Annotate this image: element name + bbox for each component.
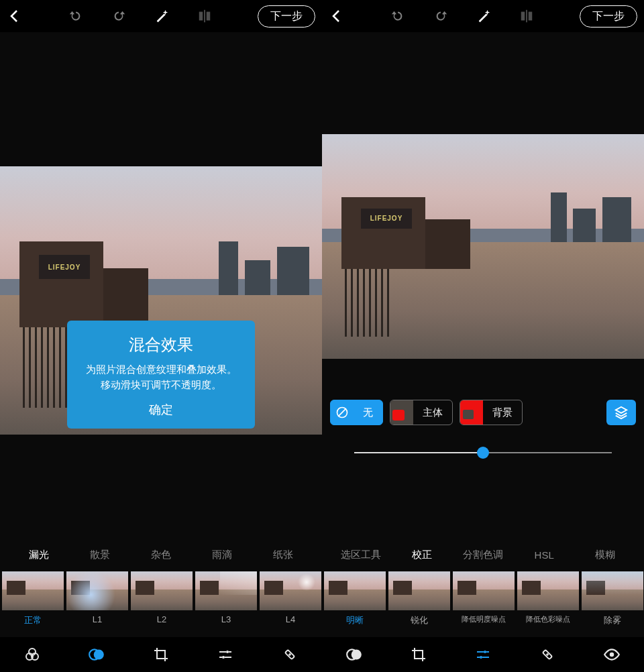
thumb-sharpen[interactable]: 锐化 xyxy=(388,571,450,637)
adjust-icon[interactable] xyxy=(217,646,234,663)
thumb-l3[interactable]: L3 xyxy=(195,571,257,637)
svg-point-11 xyxy=(484,651,486,653)
heal-icon[interactable] xyxy=(539,646,556,663)
photo-sign: LIFEJOY xyxy=(39,255,91,279)
layers-button[interactable] xyxy=(606,400,636,425)
thumb-normal[interactable]: 正常 xyxy=(2,571,64,637)
magic-wand-icon[interactable] xyxy=(154,8,170,24)
crop-icon[interactable] xyxy=(410,646,427,663)
bottom-toolbar xyxy=(0,637,322,672)
back-icon[interactable] xyxy=(329,8,345,24)
undo-icon[interactable] xyxy=(390,8,406,24)
thumb-dehaze[interactable]: 除雾 xyxy=(582,571,643,637)
magic-wand-icon[interactable] xyxy=(476,8,492,24)
effect-thumbs: 正常 L1 L2 L3 L4 xyxy=(0,569,322,637)
crop-icon[interactable] xyxy=(152,646,170,663)
top-toolbar: 下一步 xyxy=(0,0,322,32)
svg-point-5 xyxy=(226,651,229,653)
next-button[interactable]: 下一步 xyxy=(258,5,315,27)
opacity-slider[interactable] xyxy=(354,452,612,453)
right-pane: 下一步 LIFEJOY 无 主体 xyxy=(322,0,644,672)
image-stage[interactable]: LIFEJOY 混合效果 为照片混合创意纹理和叠加效果。移动滑块可调节不透明度。… xyxy=(0,32,322,541)
top-toolbar: 下一步 xyxy=(322,0,644,32)
heal-icon[interactable] xyxy=(281,646,299,663)
tab-light-leak[interactable]: 漏光 xyxy=(8,549,69,561)
tooltip-ok-button[interactable]: 确定 xyxy=(82,402,240,418)
svg-point-6 xyxy=(222,656,225,659)
thumb-reduce-color[interactable]: 降低色彩噪点 xyxy=(517,571,579,637)
adjust-icon[interactable] xyxy=(474,646,492,663)
eye-icon[interactable] xyxy=(603,646,621,663)
photo-preview: LIFEJOY xyxy=(322,134,644,359)
svg-point-10 xyxy=(352,649,362,659)
mask-subject-chip[interactable]: 主体 xyxy=(390,400,453,425)
photo-sign: LIFEJOY xyxy=(361,209,413,229)
thumb-l4[interactable]: L4 xyxy=(260,571,321,637)
mask-none-chip[interactable]: 无 xyxy=(330,400,383,425)
svg-point-4 xyxy=(94,649,104,659)
undo-icon[interactable] xyxy=(68,8,84,24)
tooltip-title: 混合效果 xyxy=(82,334,240,355)
tooltip-popup: 混合效果 为照片混合创意纹理和叠加效果。移动滑块可调节不透明度。 确定 xyxy=(67,321,255,429)
tab-correction[interactable]: 校正 xyxy=(391,549,452,561)
looks-icon[interactable] xyxy=(23,646,41,663)
category-tabs: 漏光 散景 杂色 雨滴 纸张 xyxy=(0,541,322,569)
none-icon xyxy=(331,406,354,419)
mask-chips: 无 主体 背景 xyxy=(322,400,644,425)
tab-blur[interactable]: 模糊 xyxy=(575,549,636,561)
next-button[interactable]: 下一步 xyxy=(580,5,637,27)
thumb-reduce-luminance[interactable]: 降低明度噪点 xyxy=(453,571,515,637)
redo-icon[interactable] xyxy=(433,8,449,24)
tab-noise[interactable]: 杂色 xyxy=(130,549,191,561)
compare-icon[interactable] xyxy=(197,8,213,24)
redo-icon[interactable] xyxy=(111,8,127,24)
blend-icon[interactable] xyxy=(345,646,363,663)
thumb-l1[interactable]: L1 xyxy=(66,571,128,637)
mask-background-chip[interactable]: 背景 xyxy=(460,400,523,425)
tab-select-tool[interactable]: 选区工具 xyxy=(330,549,391,561)
tooltip-body: 为照片混合创意纹理和叠加效果。移动滑块可调节不透明度。 xyxy=(82,362,240,392)
tab-bokeh[interactable]: 散景 xyxy=(69,549,130,561)
svg-point-12 xyxy=(480,656,482,659)
tab-paper[interactable]: 纸张 xyxy=(253,549,314,561)
category-tabs: 选区工具 校正 分割色调 HSL 模糊 xyxy=(322,541,644,569)
image-stage[interactable]: LIFEJOY 无 主体 背景 xyxy=(322,32,644,541)
tab-split-tone[interactable]: 分割色调 xyxy=(452,549,513,561)
tab-hsl[interactable]: HSL xyxy=(514,549,575,561)
left-pane: 下一步 LIFEJOY 混合效果 为照片混合创意纹理和叠加效果。移动滑块可调节不… xyxy=(0,0,322,672)
compare-icon[interactable] xyxy=(519,8,535,24)
svg-point-14 xyxy=(610,653,614,657)
blend-icon[interactable] xyxy=(88,646,105,663)
bottom-toolbar xyxy=(322,637,644,672)
thumb-l2[interactable]: L2 xyxy=(131,571,193,637)
back-icon[interactable] xyxy=(7,8,23,24)
tab-rain[interactable]: 雨滴 xyxy=(192,549,253,561)
thumb-clarity[interactable]: 明晰 xyxy=(324,571,386,637)
effect-thumbs: 明晰 锐化 降低明度噪点 降低色彩噪点 除雾 xyxy=(322,569,644,637)
